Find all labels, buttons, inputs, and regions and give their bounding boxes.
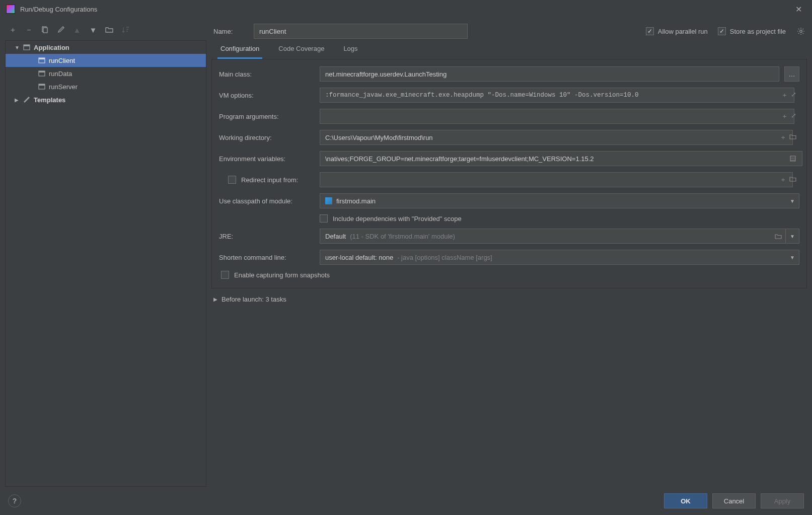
edit-templates-icon[interactable] — [56, 25, 65, 34]
browse-folder-icon[interactable] — [789, 175, 796, 184]
shorten-hint: - java [options] className [args] — [397, 254, 492, 261]
move-down-icon[interactable]: ▼ — [89, 25, 98, 34]
sort-icon[interactable] — [121, 25, 130, 34]
row-program-args: Program arguments: ＋ ⤢ — [219, 109, 799, 124]
help-button[interactable]: ? — [8, 494, 21, 507]
shorten-select[interactable]: user-local default: none - java [options… — [320, 250, 799, 265]
svg-point-10 — [800, 30, 802, 33]
browse-folder-icon[interactable] — [789, 133, 796, 142]
svg-rect-7 — [39, 71, 45, 72]
tab-configuration[interactable]: Configuration — [217, 42, 262, 59]
tree-item-rundata[interactable]: runData — [6, 67, 206, 80]
right-panel: Name: ✓ Allow parallel run ✓ Store as pr… — [211, 21, 807, 487]
intellij-app-icon — [6, 5, 15, 14]
main-class-input[interactable] — [320, 66, 779, 82]
shorten-label: Shorten command line: — [219, 254, 315, 261]
row-env-vars: Environment variables: — [219, 151, 799, 166]
config-header-row: Name: ✓ Allow parallel run ✓ Store as pr… — [211, 21, 807, 41]
chevron-right-icon: ▶ — [15, 97, 20, 103]
insert-macro-icon[interactable]: ＋ — [781, 112, 788, 121]
store-as-project-label: Store as project file — [730, 28, 786, 35]
allow-parallel-label: Allow parallel run — [658, 28, 708, 35]
classpath-select[interactable]: firstmod.main ▼ — [320, 193, 799, 208]
redirect-input-field[interactable] — [320, 172, 793, 187]
tree-item-label: runData — [49, 70, 72, 78]
before-launch-section[interactable]: ▶ Before launch: 3 tasks — [211, 288, 807, 310]
browse-folder-icon[interactable] — [775, 233, 782, 240]
row-vm-options: VM options: ＋ ⤢ — [219, 88, 799, 103]
svg-rect-3 — [24, 45, 30, 46]
row-jre: JRE: Default (11 - SDK of 'firstmod.main… — [219, 229, 799, 244]
svg-rect-5 — [39, 58, 45, 59]
footer-buttons: OK Cancel Apply — [664, 493, 804, 508]
row-include-provided: Include dependencies with "Provided" sco… — [219, 214, 799, 223]
env-vars-input[interactable] — [320, 151, 802, 166]
row-working-dir: Working directory: ＋ — [219, 130, 799, 145]
chevron-down-icon: ▼ — [785, 229, 795, 243]
gear-icon[interactable] — [797, 27, 805, 35]
main-class-label: Main class: — [219, 70, 315, 78]
jre-hint: (11 - SDK of 'firstmod.main' module) — [350, 233, 455, 240]
working-dir-input[interactable] — [320, 130, 793, 145]
row-main-class: Main class: … — [219, 66, 799, 82]
expand-field-icon[interactable]: ⤢ — [791, 91, 796, 100]
chevron-down-icon: ▼ — [790, 198, 795, 204]
tab-logs[interactable]: Logs — [340, 42, 360, 59]
run-config-icon — [38, 83, 46, 90]
close-icon[interactable]: ✕ — [791, 3, 806, 16]
include-provided-checkbox[interactable] — [320, 214, 328, 223]
program-args-label: Program arguments: — [219, 113, 315, 120]
remove-icon[interactable]: － — [24, 25, 33, 34]
config-tree[interactable]: ▼ Application runClient runData runServe… — [5, 40, 206, 487]
add-icon[interactable]: ＋ — [8, 25, 17, 34]
tree-application-label: Application — [34, 44, 69, 51]
allow-parallel-checkbox[interactable]: ✓ Allow parallel run — [646, 27, 708, 35]
edit-env-vars-icon[interactable] — [789, 155, 796, 162]
tree-item-label: runClient — [49, 57, 75, 64]
browse-main-class-button[interactable]: … — [784, 66, 799, 82]
svg-rect-9 — [39, 84, 45, 86]
application-icon — [23, 44, 31, 51]
store-as-project-checkbox[interactable]: ✓ Store as project file — [718, 27, 786, 35]
jre-select[interactable]: Default (11 - SDK of 'firstmod.main' mod… — [320, 229, 799, 244]
shorten-value: user-local default: none — [325, 254, 393, 261]
run-config-icon — [38, 57, 46, 64]
jre-value: Default — [325, 233, 346, 240]
chevron-right-icon: ▶ — [213, 297, 217, 302]
tree-templates-label: Templates — [34, 96, 65, 104]
wrench-icon — [23, 96, 31, 103]
insert-macro-icon[interactable]: ＋ — [781, 91, 788, 100]
config-tabs: Configuration Code Coverage Logs — [211, 41, 807, 59]
tree-item-runclient[interactable]: runClient — [6, 54, 206, 67]
tree-templates-group[interactable]: ▶ Templates — [6, 93, 206, 106]
insert-macro-icon[interactable]: ＋ — [780, 175, 786, 184]
vm-options-label: VM options: — [219, 92, 315, 99]
chevron-down-icon: ▼ — [15, 45, 20, 50]
window-title: Run/Debug Configurations — [20, 6, 791, 13]
config-name-input[interactable] — [254, 24, 468, 39]
cancel-button[interactable]: Cancel — [712, 493, 756, 508]
include-provided-label: Include dependencies with "Provided" sco… — [333, 215, 462, 223]
env-vars-label: Environment variables: — [219, 155, 315, 163]
move-up-icon[interactable]: ▲ — [72, 25, 82, 34]
tree-item-runserver[interactable]: runServer — [6, 80, 206, 93]
program-args-input[interactable] — [320, 109, 794, 124]
apply-button[interactable]: Apply — [761, 493, 804, 508]
row-enable-snapshots: Enable capturing form snapshots — [219, 271, 799, 279]
tab-code-coverage[interactable]: Code Coverage — [275, 42, 327, 59]
vm-options-input[interactable] — [320, 88, 794, 103]
tree-item-label: runServer — [49, 83, 78, 91]
chevron-down-icon: ▼ — [790, 255, 795, 260]
checkbox-checked-icon: ✓ — [646, 27, 654, 35]
enable-snapshots-checkbox[interactable] — [221, 271, 229, 279]
redirect-input-checkbox[interactable] — [228, 176, 236, 184]
redirect-input-label: Redirect input from: — [241, 176, 298, 184]
expand-field-icon[interactable]: ⤢ — [791, 112, 796, 121]
tree-application-group[interactable]: ▼ Application — [6, 41, 206, 54]
before-launch-label: Before launch: 3 tasks — [222, 296, 286, 303]
copy-icon[interactable] — [40, 25, 49, 34]
ok-button[interactable]: OK — [664, 493, 707, 508]
module-icon — [325, 197, 332, 204]
insert-macro-icon[interactable]: ＋ — [780, 133, 786, 142]
folder-icon[interactable] — [105, 25, 114, 34]
